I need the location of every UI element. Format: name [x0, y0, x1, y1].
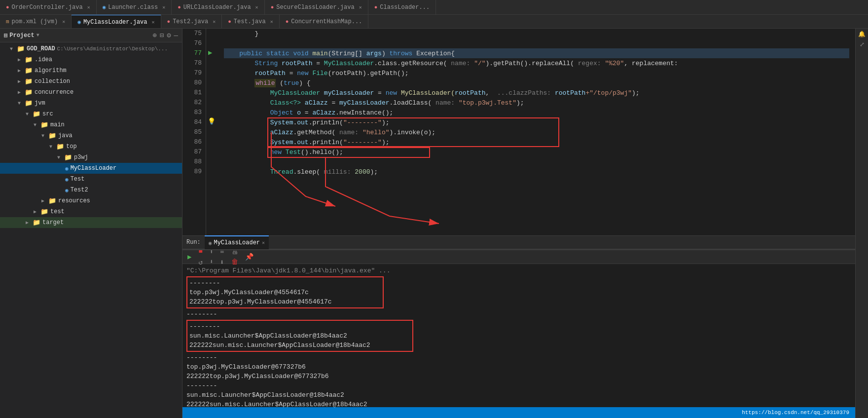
bulb-icon[interactable]: 💡 [208, 117, 216, 125]
console-line: -------- [186, 309, 851, 319]
console-line: 222222top.p3wj.MyClassLoader@4554617c [189, 297, 381, 306]
tree-item-top[interactable]: ▼ 📁 top [0, 141, 182, 152]
code-line-84: System.out.println("--------"); [224, 117, 849, 127]
run-arrow-icon: ▶ [208, 48, 212, 57]
collapse-icon[interactable]: ⊟ [160, 31, 164, 39]
java-icon: ● [178, 4, 181, 10]
tree-item-concurrence[interactable]: ▶ 📁 concurrence [0, 87, 182, 98]
console-line: 222222sun.misc.Launcher$AppClassLoader@1… [186, 400, 851, 407]
code-line-83: Object o = aClazz.newInstance(); [224, 108, 849, 117]
tree-item-test-folder[interactable]: ▶ 📁 test [0, 206, 182, 217]
sidebar-title: ▤ Project ▼ [4, 32, 39, 39]
tree-item-main[interactable]: ▼ 📁 main [0, 119, 182, 130]
console-line: sun.misc.Launcher$AppClassLoader@18b4aac… [189, 331, 410, 341]
tab-ordercontroller[interactable]: ● OrderController.java ✕ [0, 0, 97, 15]
code-line-79: rootPath = new File(rootPath).getPath(); [224, 68, 849, 78]
console-line: 222222sun.misc.Launcher$AppClassLoader@1… [189, 341, 410, 350]
minimize-icon[interactable]: — [174, 32, 178, 39]
scroll-up-icon[interactable]: ⬆ [209, 249, 214, 257]
settings-icon[interactable]: ⚙ [167, 31, 171, 39]
status-bar: https://blog.csdn.net/qq_29310379 [182, 407, 855, 418]
folder-icon: 📁 [25, 99, 33, 107]
folder-icon: 📁 [25, 56, 33, 64]
print-icon[interactable]: 🖨 [230, 249, 239, 257]
console-line: sun.misc.Launcher$AppClassLoader@18b4aac… [186, 390, 851, 400]
sync-icon[interactable]: ⊕ [152, 31, 156, 39]
class-icon: ◉ [65, 176, 69, 183]
java-icon: ● [6, 4, 9, 10]
console-output[interactable]: "C:\Program Files\Java\jdk1.8.0_144\bin\… [182, 264, 855, 407]
close-icon[interactable]: ✕ [255, 4, 258, 10]
run-tab[interactable]: ◉ MyClassLoader ✕ [205, 235, 269, 249]
tab-urlclassloader[interactable]: ● URLClassLoader.java ✕ [172, 0, 264, 15]
console-line: -------- [189, 322, 410, 331]
tree-item-idea[interactable]: ▶ 📁 .idea [0, 54, 182, 65]
code-line-88 [224, 157, 849, 167]
folder-icon: 📁 [33, 110, 40, 118]
code-line-87: new Test().hello(); [224, 147, 849, 157]
console-line: top.p3wj.MyClassLoader@4554617c [189, 288, 381, 297]
console-left-buttons: ▶ [186, 252, 192, 262]
close-run-icon[interactable]: ✕ [262, 240, 265, 246]
close-icon[interactable]: ✕ [62, 19, 65, 25]
gutter: ▶ 💡 [206, 29, 218, 235]
folder-icon: 📁 [17, 45, 25, 53]
tree-item-src[interactable]: ▼ 📁 src [0, 109, 182, 119]
tree-root[interactable]: ▼ 📁 GOD_ROAD C:\Users\Administrator\Desk… [0, 43, 182, 54]
tree-item-target[interactable]: ▶ 📁 target [0, 217, 182, 228]
tab-concurrenthashmap[interactable]: ● ConcurrentHashMap... [280, 15, 369, 29]
run-button[interactable]: ▶ [186, 252, 192, 262]
class-icon: ◉ [65, 165, 69, 172]
tree-item-myclassloader[interactable]: ◉ MyClassLoader [0, 163, 182, 174]
class-icon: ◉ [77, 19, 81, 25]
folder-icon: 📁 [48, 132, 56, 140]
code-line-85: aClazz.getMethod( name: "hello").invoke(… [224, 127, 849, 137]
xml-icon: m [6, 19, 9, 25]
format-icon[interactable]: ≡ [219, 249, 225, 257]
tab-pom[interactable]: m pom.xml (jvm) ✕ [0, 15, 72, 29]
tab-myclassloader[interactable]: ◉ MyClassLoader.java ✕ [72, 15, 161, 29]
close-icon[interactable]: ✕ [162, 4, 165, 10]
tree-item-test[interactable]: ◉ Test [0, 174, 182, 185]
tab-secureclassloader[interactable]: ● SecureClassLoader.java ✕ [265, 0, 368, 15]
console-panel: ▶ ■ ↺ ⬆ ⬇ ≡ ⬇ 🖨 [182, 249, 855, 407]
tree-item-collection[interactable]: ▶ 📁 collection [0, 76, 182, 87]
sidebar-header: ▤ Project ▼ ⊕ ⊟ ⚙ — [0, 29, 182, 42]
java-icon: ● [271, 4, 274, 10]
tree-item-java[interactable]: ▼ 📁 java [0, 130, 182, 141]
folder-icon: 📁 [40, 208, 48, 216]
console-line: -------- [186, 353, 851, 362]
tab-launcher-class[interactable]: ◉ Launcher.class ✕ [97, 0, 172, 15]
pin-icon[interactable]: 📌 [244, 252, 254, 262]
java-icon: ● [374, 4, 378, 10]
code-editor[interactable]: 75 76 77 78 79 80 81 82 83 84 85 86 87 8… [182, 29, 855, 235]
close-icon[interactable]: ✕ [213, 19, 216, 25]
close-icon[interactable]: ✕ [87, 4, 90, 10]
close-icon[interactable]: ✕ [359, 4, 362, 10]
code-line-80: while (true) { [224, 78, 849, 88]
java-icon: ● [286, 19, 289, 25]
console-line: -------- [189, 278, 381, 288]
code-line-78: String rootPath = MyClassLoader.class.ge… [224, 58, 849, 68]
tab-test2[interactable]: ● Test2.java ✕ [161, 15, 222, 29]
console-box-2: -------- sun.misc.Launcher$AppClassLoade… [186, 320, 413, 352]
tree-item-algorithm[interactable]: ▶ 📁 algorithm [0, 65, 182, 76]
tree-item-test2[interactable]: ◉ Test2 [0, 185, 182, 195]
code-line-77: public static void main(String[] args) t… [224, 48, 849, 58]
code-content[interactable]: } public static void main(String[] args)… [218, 29, 855, 235]
tab-test[interactable]: ● Test.java ✕ [222, 15, 279, 29]
tree-item-p3wj[interactable]: ▼ 📁 p3wj [0, 152, 182, 163]
folder-icon: 📁 [48, 197, 56, 205]
console-box-1: -------- top.p3wj.MyClassLoader@4554617c… [186, 276, 384, 308]
tree-item-resources[interactable]: ▶ 📁 resources [0, 195, 182, 206]
folder-icon: 📁 [25, 77, 33, 85]
notifications-icon[interactable]: 🔔 [858, 31, 866, 38]
close-icon[interactable]: ✕ [270, 19, 273, 25]
close-icon[interactable]: ✕ [152, 19, 155, 25]
console-line: 222222top.p3wj.MyClassLoader@677327b6 [186, 372, 851, 381]
expand-icon[interactable]: ⤢ [860, 41, 865, 48]
tree-item-jvm[interactable]: ▼ 📁 jvm [0, 98, 182, 109]
code-line-82: Class<?> aClazz = myClassLoader.loadClas… [224, 98, 849, 108]
stop-button[interactable]: ■ [197, 249, 203, 256]
tab-classloader[interactable]: ● ClassLoader... [368, 0, 436, 15]
